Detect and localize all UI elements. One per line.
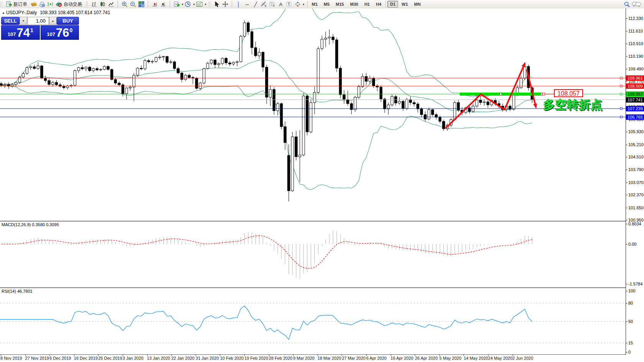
- axis-tick: [626, 291, 628, 291]
- candlestick-chart-icon[interactable]: [98, 0, 107, 8]
- axis-tick: [626, 352, 628, 352]
- date-label: 10 Feb 2020: [220, 356, 244, 360]
- volume-decrease-button[interactable]: ▼: [20, 17, 27, 25]
- collapse-triangle-icon[interactable]: ▲: [2, 11, 5, 15]
- autotrade-button[interactable]: 自动交易: [64, 1, 82, 8]
- autotrade-icon[interactable]: [55, 0, 63, 8]
- signal-icon[interactable]: [46, 0, 55, 8]
- date-label: 28 Feb 2020: [269, 356, 293, 360]
- axis-tick: [626, 31, 628, 31]
- axis-tick: [626, 170, 628, 170]
- toolbar-grip[interactable]: [1, 1, 3, 7]
- axis-tick: [626, 303, 628, 303]
- rsi-tick-label: 15: [628, 341, 633, 345]
- date-label: 25 Dec 2019: [98, 356, 122, 360]
- timeframe-button-M1[interactable]: M1: [309, 1, 320, 8]
- zoom-out-icon[interactable]: [129, 0, 137, 8]
- volume-increase-button[interactable]: ▲: [49, 17, 57, 25]
- text-tool-icon[interactable]: A: [277, 0, 285, 8]
- svg-text:E: E: [265, 5, 267, 7]
- timeframe-button-H1[interactable]: H1: [362, 1, 372, 8]
- toolbar-grip[interactable]: [209, 1, 211, 7]
- tile-windows-icon[interactable]: [137, 0, 146, 8]
- sell-price-big: 74: [16, 27, 29, 39]
- text-label-tool-icon[interactable]: T: [285, 0, 293, 8]
- price-level-tag: 107.239: [626, 106, 644, 111]
- axis-tick: [626, 343, 628, 343]
- panel-separator[interactable]: [0, 221, 644, 222]
- auto-scroll-icon[interactable]: [151, 0, 159, 8]
- buy-button[interactable]: BUY: [57, 17, 79, 25]
- new-order-icon[interactable]: [5, 0, 13, 8]
- crosshair-icon[interactable]: [221, 0, 229, 8]
- zoom-in-icon[interactable]: [120, 0, 129, 8]
- panel-separator[interactable]: [0, 287, 644, 288]
- axis-tick: [626, 56, 628, 57]
- vertical-line-tool-icon[interactable]: │: [234, 0, 243, 8]
- volume-input[interactable]: 1.00: [27, 17, 49, 25]
- line-chart-icon[interactable]: [107, 0, 115, 8]
- chart-shift-icon[interactable]: [159, 0, 167, 8]
- axis-tick: [626, 69, 628, 69]
- price-level-tag: 108.057: [626, 91, 644, 97]
- axis-tick: [626, 145, 628, 145]
- buy-price-button[interactable]: 107760: [41, 25, 79, 40]
- toolbar: 新订单 自动交易: [0, 0, 644, 9]
- axis-tick: [626, 44, 628, 44]
- turning-point-annotation: 多空转折点: [543, 97, 603, 113]
- arrows-tool-icon[interactable]: [293, 0, 302, 8]
- axis-tick: [626, 220, 628, 220]
- new-order-button[interactable]: 新订单: [13, 1, 27, 8]
- arrows-dropdown-icon[interactable]: ▼: [302, 3, 305, 6]
- timeframe-button-M15[interactable]: M15: [333, 1, 346, 8]
- date-label: 16 Apr 2020: [391, 356, 413, 360]
- grid-tool-icon[interactable]: F: [268, 0, 277, 8]
- price-level-tag: 108.961: [626, 75, 644, 81]
- date-label: 6 Apr 2020: [366, 356, 387, 360]
- timeframe-button-W1[interactable]: W1: [399, 1, 411, 8]
- rsi-tick-label: 100: [628, 289, 635, 293]
- search-icon[interactable]: [623, 0, 631, 8]
- chat-icon[interactable]: [631, 0, 642, 8]
- timeframe-button-M30[interactable]: M30: [347, 1, 361, 8]
- ohlc-values: 108.393 108.405 107.614 107.741: [40, 10, 110, 15]
- horizontal-line-tool-icon[interactable]: ─: [243, 0, 251, 8]
- cursor-icon[interactable]: [213, 0, 221, 8]
- sell-price-button[interactable]: 107741: [1, 25, 40, 40]
- periods-icon[interactable]: [184, 0, 192, 8]
- indicators-dropdown-icon[interactable]: ▼: [181, 3, 184, 6]
- price-tick-label: 112.330: [628, 16, 643, 21]
- one-click-trading-widget: SELL ▼ 1.00 ▲ BUY 107741 107760: [1, 17, 79, 40]
- fibonacci-tool-icon[interactable]: E: [260, 0, 268, 8]
- bar-chart-icon[interactable]: [90, 0, 98, 8]
- price-flag-label[interactable]: 108.057: [554, 89, 583, 97]
- price-tick-label: 102.370: [628, 192, 644, 197]
- date-label: 3 Jan 2020: [123, 356, 143, 360]
- axis-tick: [626, 208, 628, 208]
- macd-panel-canvas[interactable]: [0, 222, 626, 287]
- templates-dropdown-icon[interactable]: ▼: [204, 3, 207, 6]
- toolbar-grip[interactable]: [86, 1, 88, 7]
- periods-dropdown-icon[interactable]: ▼: [193, 3, 195, 6]
- profile-icon[interactable]: [38, 0, 46, 8]
- rsi-tick-label: 0: [628, 350, 631, 354]
- main-chart-canvas[interactable]: [0, 8, 626, 221]
- date-label: 13 Jan 2020: [147, 356, 170, 360]
- price-tick-label: 110.190: [628, 54, 643, 59]
- sell-button[interactable]: SELL: [1, 17, 20, 25]
- rsi-panel-canvas[interactable]: [0, 288, 626, 354]
- trendline-tool-icon[interactable]: ╱: [251, 0, 260, 8]
- timeframe-button-D1[interactable]: D1: [387, 1, 398, 8]
- rsi-tick-label: 50: [628, 319, 633, 324]
- timeframe-button-M5[interactable]: M5: [321, 1, 332, 8]
- price-tick-label: 103.790: [628, 167, 644, 172]
- timeframe-button-H4[interactable]: H4: [373, 1, 384, 8]
- axis-tick: [626, 82, 628, 82]
- templates-icon[interactable]: [195, 0, 204, 8]
- timeframe-button-MN[interactable]: MN: [411, 1, 423, 8]
- axis-tick: [626, 284, 628, 284]
- svg-text:T: T: [288, 2, 290, 7]
- indicators-icon[interactable]: [172, 0, 181, 8]
- market-watch-icon[interactable]: [29, 0, 38, 8]
- chart-window[interactable]: [0, 8, 626, 354]
